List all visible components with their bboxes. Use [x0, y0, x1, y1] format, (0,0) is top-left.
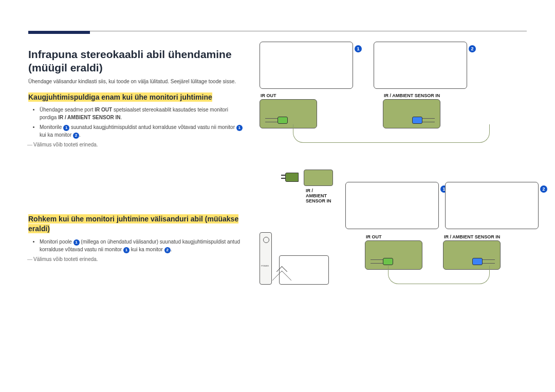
cable-icon: [293, 124, 490, 143]
ir-out-label: IR OUT: [366, 234, 422, 239]
bullet: Ühendage seadme port IR OUT spetsiaalset…: [40, 106, 244, 121]
section2-bullets: Monitori poole 1 (millega on ühendatud v…: [28, 238, 244, 253]
sensor-in-port-icon: [304, 170, 333, 186]
badge-2-icon: 2: [164, 247, 171, 253]
ir-ambient-label: IR / AMBIENT SENSOR IN: [384, 93, 486, 98]
jack-blue-icon: [472, 257, 495, 265]
page-title: Infrapuna stereokaabli abil ühendamine (…: [28, 48, 244, 75]
badge-2-icon: 2: [73, 133, 79, 139]
ir-ambient-label: IR / AMBIENT SENSOR IN: [306, 188, 333, 203]
diagram-column: 1 2 IR OUT: [260, 42, 539, 326]
monitor-2-icon: 2: [445, 182, 539, 229]
text-column: Infrapuna stereokaabli abil ühendamine (…: [28, 42, 244, 326]
section1-bullets: Ühendage seadme port IR OUT spetsiaalset…: [28, 106, 244, 139]
badge-1-icon: 1: [63, 125, 69, 131]
badge-2-icon: 2: [540, 185, 547, 193]
badge-1-icon: 1: [73, 239, 80, 246]
section1-note: Välimus võib tooteti erineda.: [33, 142, 244, 147]
ir-out-label: IR OUT: [261, 93, 362, 98]
monitor-1-icon: 1: [260, 42, 353, 89]
ir-ambient-label: IR / AMBIENT SENSOR IN: [444, 234, 501, 239]
remote-control-icon: [260, 232, 272, 285]
badge-1-icon: 1: [123, 247, 130, 253]
monitor-2-icon: 2: [374, 42, 467, 89]
section2-heading: Rohkem kui ühe monitori juhtimine välisa…: [28, 214, 244, 234]
bullet: Monitori poole 1 (millega on ühendatud v…: [40, 238, 244, 253]
badge-1-icon: 1: [355, 45, 362, 52]
bullet: Monitorile 1 suunatud kaugjuhtimispuldis…: [40, 123, 244, 139]
jack-green-icon: [371, 257, 393, 265]
jack-green-icon: [265, 116, 288, 124]
header-rule: [28, 31, 527, 31]
section1-heading: Kaugjuhtimispuldiga enam kui ühe monitor…: [28, 92, 244, 102]
diagram-2: IR / AMBIENT SENSOR IN 1 2: [260, 170, 539, 285]
section2-note: Välimus võib tooteti erineda.: [33, 256, 244, 262]
cable-icon: [388, 266, 490, 284]
intro-text: Ühendage välisandur kindlasti siis, kui …: [28, 78, 244, 85]
jack-blue-icon: [412, 116, 435, 124]
diagram-1: 1 2 IR OUT: [260, 42, 539, 128]
monitor-1-icon: 1: [345, 182, 439, 229]
power-plug-icon: [280, 172, 299, 182]
badge-2-icon: 2: [469, 45, 476, 52]
badge-1-icon: 1: [236, 125, 243, 131]
